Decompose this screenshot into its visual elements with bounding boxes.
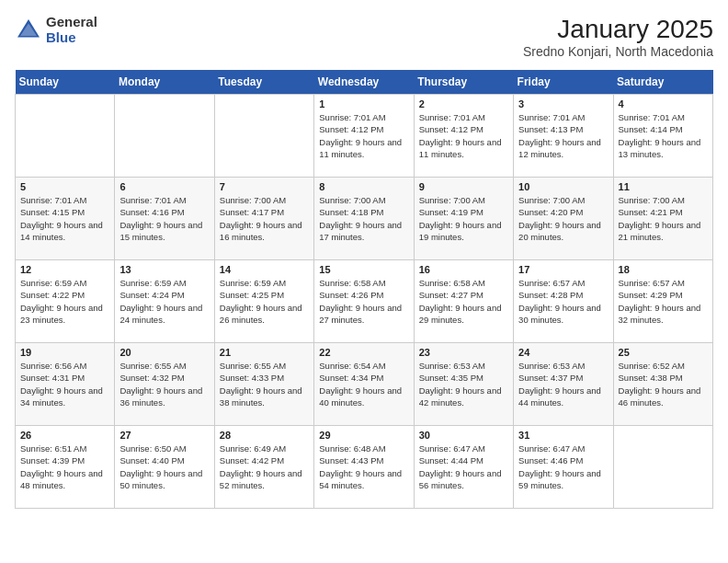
day-info: Sunrise: 6:59 AMSunset: 4:25 PMDaylight:… <box>220 277 309 326</box>
logo-icon <box>15 17 42 44</box>
calendar-day-cell: 20Sunrise: 6:55 AMSunset: 4:32 PMDayligh… <box>115 343 214 426</box>
calendar-day-cell: 1Sunrise: 7:01 AMSunset: 4:12 PMDaylight… <box>314 95 414 178</box>
day-of-week-header: Tuesday <box>214 70 313 95</box>
day-of-week-header: Friday <box>514 70 613 95</box>
calendar-week-row: 12Sunrise: 6:59 AMSunset: 4:22 PMDayligh… <box>16 260 713 343</box>
calendar-day-cell <box>613 426 712 509</box>
day-number: 30 <box>419 430 508 441</box>
calendar-day-cell: 25Sunrise: 6:52 AMSunset: 4:38 PMDayligh… <box>613 343 712 426</box>
day-info: Sunrise: 7:00 AMSunset: 4:19 PMDaylight:… <box>419 194 508 243</box>
calendar-day-cell: 24Sunrise: 6:53 AMSunset: 4:37 PMDayligh… <box>514 343 613 426</box>
day-number: 2 <box>419 98 508 109</box>
calendar-week-row: 19Sunrise: 6:56 AMSunset: 4:31 PMDayligh… <box>16 343 713 426</box>
day-number: 3 <box>518 98 608 109</box>
day-number: 26 <box>20 430 109 441</box>
day-number: 22 <box>319 347 408 358</box>
calendar-day-cell: 27Sunrise: 6:50 AMSunset: 4:40 PMDayligh… <box>115 426 214 509</box>
day-info: Sunrise: 6:55 AMSunset: 4:32 PMDaylight:… <box>119 360 209 408</box>
logo-text: General Blue <box>46 15 97 45</box>
day-of-week-header: Monday <box>115 70 214 95</box>
calendar-day-cell: 15Sunrise: 6:58 AMSunset: 4:26 PMDayligh… <box>314 260 414 343</box>
calendar-day-cell: 8Sunrise: 7:00 AMSunset: 4:18 PMDaylight… <box>314 178 414 260</box>
day-info: Sunrise: 7:00 AMSunset: 4:21 PMDaylight:… <box>619 194 708 243</box>
calendar-day-cell: 29Sunrise: 6:48 AMSunset: 4:43 PMDayligh… <box>314 426 414 509</box>
calendar-week-row: 1Sunrise: 7:01 AMSunset: 4:12 PMDaylight… <box>16 95 713 178</box>
location: Sredno Konjari, North Macedonia <box>523 44 713 59</box>
calendar-table: SundayMondayTuesdayWednesdayThursdayFrid… <box>15 70 713 509</box>
day-of-week-header: Saturday <box>613 70 712 95</box>
day-number: 31 <box>518 430 608 441</box>
day-info: Sunrise: 6:50 AMSunset: 4:40 PMDaylight:… <box>119 442 209 491</box>
day-number: 5 <box>20 181 109 192</box>
day-info: Sunrise: 6:58 AMSunset: 4:27 PMDaylight:… <box>419 277 508 326</box>
day-info: Sunrise: 6:53 AMSunset: 4:37 PMDaylight:… <box>518 360 608 408</box>
calendar-day-cell: 3Sunrise: 7:01 AMSunset: 4:13 PMDaylight… <box>514 95 613 178</box>
day-number: 10 <box>518 181 608 192</box>
title-block: January 2025 Sredno Konjari, North Maced… <box>523 15 713 59</box>
day-info: Sunrise: 6:49 AMSunset: 4:42 PMDaylight:… <box>220 442 309 491</box>
calendar-day-cell: 4Sunrise: 7:01 AMSunset: 4:14 PMDaylight… <box>613 95 712 178</box>
day-number: 23 <box>419 347 508 358</box>
day-info: Sunrise: 6:59 AMSunset: 4:22 PMDaylight:… <box>20 277 109 326</box>
calendar-day-cell: 19Sunrise: 6:56 AMSunset: 4:31 PMDayligh… <box>16 343 115 426</box>
day-info: Sunrise: 7:01 AMSunset: 4:14 PMDaylight:… <box>619 111 708 160</box>
day-info: Sunrise: 6:47 AMSunset: 4:46 PMDaylight:… <box>518 442 608 491</box>
calendar-day-cell: 2Sunrise: 7:01 AMSunset: 4:12 PMDaylight… <box>414 95 513 178</box>
day-number: 12 <box>20 264 109 275</box>
logo-general-text: General <box>46 15 97 30</box>
day-info: Sunrise: 6:47 AMSunset: 4:44 PMDaylight:… <box>419 442 508 491</box>
calendar-day-cell: 12Sunrise: 6:59 AMSunset: 4:22 PMDayligh… <box>16 260 115 343</box>
calendar-day-cell: 18Sunrise: 6:57 AMSunset: 4:29 PMDayligh… <box>613 260 712 343</box>
day-number: 11 <box>619 181 708 192</box>
day-number: 29 <box>319 430 408 441</box>
day-number: 19 <box>20 347 109 358</box>
calendar-day-cell: 23Sunrise: 6:53 AMSunset: 4:35 PMDayligh… <box>414 343 513 426</box>
logo-blue-text: Blue <box>46 30 97 46</box>
day-of-week-header: Thursday <box>414 70 513 95</box>
day-info: Sunrise: 6:52 AMSunset: 4:38 PMDaylight:… <box>619 360 708 408</box>
day-number: 27 <box>119 430 209 441</box>
calendar-day-cell: 5Sunrise: 7:01 AMSunset: 4:15 PMDaylight… <box>16 178 115 260</box>
day-number: 8 <box>319 181 408 192</box>
logo: General Blue <box>15 15 97 45</box>
day-info: Sunrise: 6:57 AMSunset: 4:29 PMDaylight:… <box>619 277 708 326</box>
day-info: Sunrise: 6:55 AMSunset: 4:33 PMDaylight:… <box>220 360 309 408</box>
day-info: Sunrise: 6:59 AMSunset: 4:24 PMDaylight:… <box>119 277 209 326</box>
page-header: General Blue January 2025 Sredno Konjari… <box>15 15 713 59</box>
day-number: 18 <box>619 264 708 275</box>
day-number: 7 <box>220 181 309 192</box>
calendar-day-cell <box>214 95 313 178</box>
day-info: Sunrise: 6:51 AMSunset: 4:39 PMDaylight:… <box>20 442 109 491</box>
calendar-day-cell <box>16 95 115 178</box>
day-info: Sunrise: 6:53 AMSunset: 4:35 PMDaylight:… <box>419 360 508 408</box>
day-number: 9 <box>419 181 508 192</box>
calendar-day-cell <box>115 95 214 178</box>
day-number: 6 <box>119 181 209 192</box>
day-info: Sunrise: 7:01 AMSunset: 4:12 PMDaylight:… <box>419 111 508 160</box>
calendar-day-cell: 28Sunrise: 6:49 AMSunset: 4:42 PMDayligh… <box>214 426 313 509</box>
day-info: Sunrise: 7:00 AMSunset: 4:17 PMDaylight:… <box>220 194 309 243</box>
calendar-day-cell: 13Sunrise: 6:59 AMSunset: 4:24 PMDayligh… <box>115 260 214 343</box>
day-number: 24 <box>518 347 608 358</box>
calendar-day-cell: 9Sunrise: 7:00 AMSunset: 4:19 PMDaylight… <box>414 178 513 260</box>
calendar-day-cell: 22Sunrise: 6:54 AMSunset: 4:34 PMDayligh… <box>314 343 414 426</box>
calendar-day-cell: 31Sunrise: 6:47 AMSunset: 4:46 PMDayligh… <box>514 426 613 509</box>
calendar-day-cell: 11Sunrise: 7:00 AMSunset: 4:21 PMDayligh… <box>613 178 712 260</box>
day-number: 15 <box>319 264 408 275</box>
calendar-day-cell: 6Sunrise: 7:01 AMSunset: 4:16 PMDaylight… <box>115 178 214 260</box>
day-number: 25 <box>619 347 708 358</box>
day-number: 1 <box>319 98 408 109</box>
calendar-day-cell: 17Sunrise: 6:57 AMSunset: 4:28 PMDayligh… <box>514 260 613 343</box>
day-info: Sunrise: 7:00 AMSunset: 4:20 PMDaylight:… <box>518 194 608 243</box>
day-number: 13 <box>119 264 209 275</box>
calendar-week-row: 5Sunrise: 7:01 AMSunset: 4:15 PMDaylight… <box>16 178 713 260</box>
calendar-week-row: 26Sunrise: 6:51 AMSunset: 4:39 PMDayligh… <box>16 426 713 509</box>
day-info: Sunrise: 6:58 AMSunset: 4:26 PMDaylight:… <box>319 277 408 326</box>
day-info: Sunrise: 7:01 AMSunset: 4:12 PMDaylight:… <box>319 111 408 160</box>
calendar-day-cell: 7Sunrise: 7:00 AMSunset: 4:17 PMDaylight… <box>214 178 313 260</box>
day-info: Sunrise: 7:01 AMSunset: 4:13 PMDaylight:… <box>518 111 608 160</box>
day-number: 21 <box>220 347 309 358</box>
day-info: Sunrise: 6:48 AMSunset: 4:43 PMDaylight:… <box>319 442 408 491</box>
calendar-day-cell: 26Sunrise: 6:51 AMSunset: 4:39 PMDayligh… <box>16 426 115 509</box>
month-title: January 2025 <box>523 15 713 44</box>
